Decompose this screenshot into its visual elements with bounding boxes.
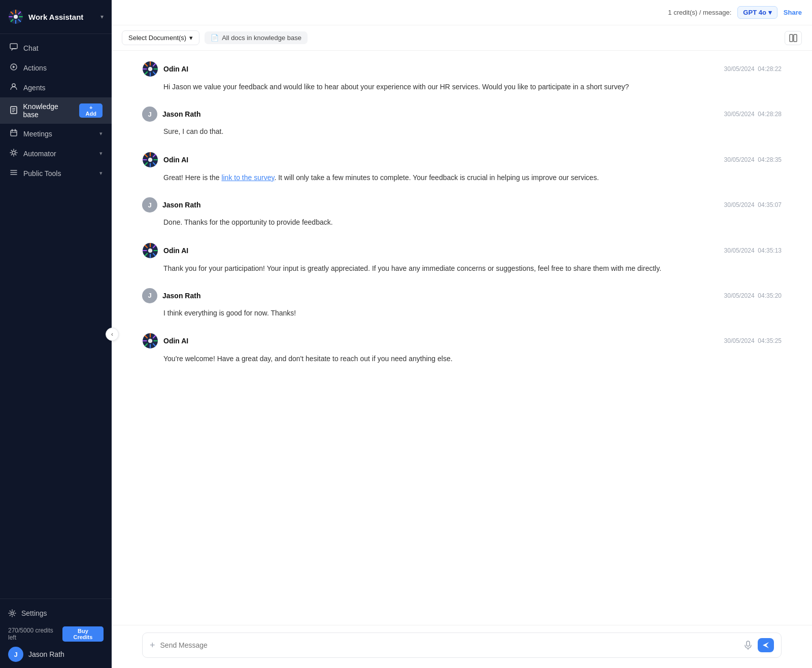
svg-rect-23: [790, 34, 793, 42]
message-body: Great! Here is the link to the survey. I…: [142, 172, 782, 183]
message-body: Sure, I can do that.: [142, 126, 782, 137]
layout-toggle-button[interactable]: [785, 31, 802, 45]
select-documents-label: Select Document(s): [128, 34, 186, 42]
svg-point-54: [148, 248, 153, 253]
message-input[interactable]: [160, 641, 738, 649]
message-timestamp: 30/05/2024 04:35:20: [724, 292, 782, 299]
model-label: GPT 4o: [743, 9, 766, 16]
svg-rect-24: [794, 34, 797, 42]
send-button[interactable]: [758, 638, 774, 652]
sidebar-footer: Settings 270/5000 credits left Buy Credi…: [0, 599, 112, 668]
message-sender: Odin AI: [142, 152, 188, 168]
sidebar-item-meetings[interactable]: Meetings ▾: [0, 124, 112, 144]
automator-icon: [9, 149, 18, 158]
main-content: 1 credit(s) / message: GPT 4o ▾ Share Se…: [112, 0, 812, 668]
odin-avatar: [142, 61, 158, 77]
public-tools-icon: [9, 168, 18, 178]
message-timestamp: 30/05/2024 04:35:25: [724, 337, 782, 344]
message-sender: J Jason Rath: [142, 107, 200, 122]
message-sender: Odin AI: [142, 61, 188, 77]
message-body: I think everything is good for now. Than…: [142, 307, 782, 319]
sidebar-item-actions[interactable]: Actions: [0, 58, 112, 78]
actions-icon: [9, 63, 18, 73]
avatar: J: [8, 647, 23, 662]
user-name: Jason Rath: [28, 650, 64, 658]
doc-tag-icon: 📄: [211, 34, 219, 42]
message-header: Odin AI 30/05/2024 04:28:22: [142, 61, 782, 77]
message-sender: J Jason Rath: [142, 197, 200, 213]
user-row[interactable]: J Jason Rath: [8, 647, 104, 662]
sidebar-item-chat[interactable]: Chat: [0, 38, 112, 58]
message-header: J Jason Rath 30/05/2024 04:28:28: [142, 107, 782, 122]
sidebar-item-public-tools[interactable]: Public Tools ▾: [0, 163, 112, 183]
model-selector[interactable]: GPT 4o ▾: [737, 6, 777, 19]
odin-avatar: [142, 242, 158, 259]
meetings-icon: [9, 129, 18, 138]
message-block: Odin AI 30/05/2024 04:35:13 Thank you fo…: [142, 242, 782, 274]
sender-name: Jason Rath: [162, 110, 200, 118]
doc-bar: Select Document(s) ▾ 📄 All docs in knowl…: [112, 25, 812, 51]
odin-logo-icon: [8, 9, 23, 24]
sidebar-logo[interactable]: Work Assistant: [8, 9, 83, 24]
select-documents-chevron-icon: ▾: [189, 34, 193, 42]
buy-credits-button[interactable]: Buy Credits: [62, 626, 104, 642]
sender-name: Jason Rath: [162, 201, 200, 209]
settings-item[interactable]: Settings: [8, 605, 104, 621]
sidebar: Work Assistant ▾ Chat Actions Agents: [0, 0, 112, 668]
odin-avatar: [142, 152, 158, 168]
survey-link[interactable]: link to the survey: [221, 173, 274, 182]
sidebar-item-label: Agents: [23, 84, 46, 92]
knowledge-base-icon: [9, 106, 18, 116]
select-documents-button[interactable]: Select Document(s) ▾: [122, 30, 199, 45]
svg-point-22: [11, 612, 14, 615]
sidebar-item-label: Public Tools: [23, 169, 61, 178]
message-sender: Odin AI: [142, 333, 188, 349]
chat-area: Odin AI 30/05/2024 04:28:22 Hi Jason we …: [112, 51, 812, 625]
mic-button[interactable]: [743, 641, 753, 650]
layout-icon: [789, 34, 797, 42]
agents-icon: [9, 83, 18, 92]
knowledge-base-add-button[interactable]: + Add: [79, 103, 103, 118]
doc-tag-label: All docs in knowledge base: [222, 34, 301, 42]
sidebar-item-agents[interactable]: Agents: [0, 78, 112, 97]
all-docs-tag: 📄 All docs in knowledge base: [205, 31, 308, 44]
credits-bar: 270/5000 credits left Buy Credits: [8, 626, 104, 642]
svg-point-12: [12, 84, 15, 87]
message-sender: J Jason Rath: [142, 288, 200, 303]
sidebar-item-automator[interactable]: Automator ▾: [0, 144, 112, 163]
svg-point-34: [148, 67, 153, 72]
sidebar-chevron-icon[interactable]: ▾: [100, 13, 104, 20]
user-avatar: J: [142, 197, 157, 213]
message-input-box: +: [142, 632, 782, 658]
message-block: J Jason Rath 30/05/2024 04:35:20 I think…: [142, 288, 782, 319]
meetings-chevron-icon: ▾: [99, 130, 103, 137]
message-timestamp: 30/05/2024 04:28:35: [724, 156, 782, 163]
sidebar-item-knowledge-base[interactable]: Knowledge base + Add: [0, 97, 112, 124]
svg-point-21: [12, 151, 15, 154]
svg-point-44: [148, 158, 153, 162]
sidebar-title: Work Assistant: [28, 13, 83, 21]
message-body: Thank you for your participation! Your i…: [142, 263, 782, 274]
svg-point-64: [148, 339, 153, 343]
mic-icon: [743, 641, 753, 650]
topbar: 1 credit(s) / message: GPT 4o ▾ Share: [112, 0, 812, 25]
svg-point-9: [14, 15, 18, 19]
sender-name: Odin AI: [163, 156, 188, 164]
input-area: +: [112, 625, 812, 668]
message-block: Odin AI 30/05/2024 04:28:22 Hi Jason we …: [142, 61, 782, 92]
odin-avatar: [142, 333, 158, 349]
sidebar-item-label: Automator: [23, 150, 56, 158]
message-block: Odin AI 30/05/2024 04:28:35 Great! Here …: [142, 152, 782, 183]
sender-name: Odin AI: [163, 337, 188, 345]
share-button[interactable]: Share: [784, 9, 802, 16]
automator-chevron-icon: ▾: [99, 150, 103, 157]
sender-name: Jason Rath: [162, 292, 200, 300]
settings-label: Settings: [21, 609, 47, 617]
collapse-sidebar-button[interactable]: ‹: [106, 328, 119, 341]
sender-name: Odin AI: [163, 65, 188, 73]
attach-icon[interactable]: +: [150, 640, 155, 651]
credits-per-message-label: 1 credit(s) / message:: [668, 9, 731, 16]
message-timestamp: 30/05/2024 04:35:13: [724, 247, 782, 254]
chat-icon: [9, 43, 18, 53]
message-body: You're welcome! Have a great day, and do…: [142, 353, 782, 364]
